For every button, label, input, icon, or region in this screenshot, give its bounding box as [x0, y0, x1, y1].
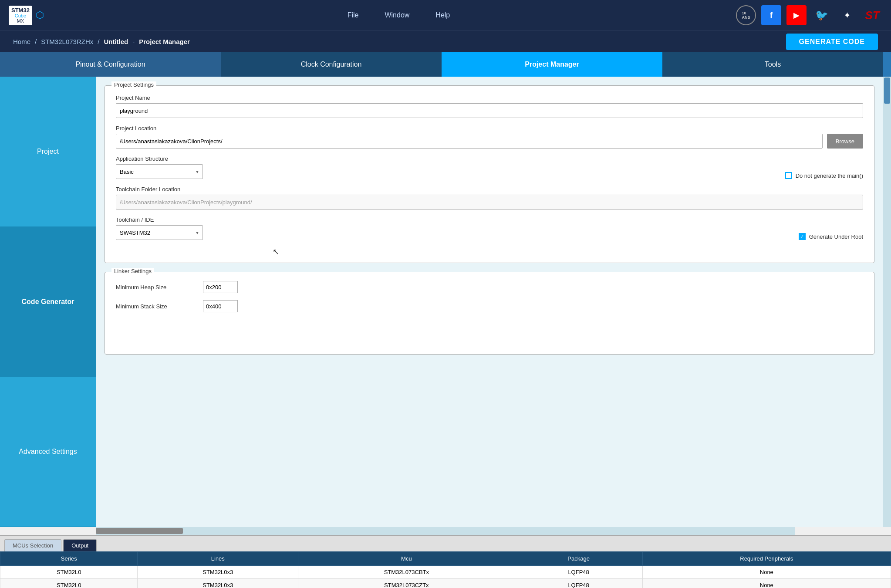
row2-series: STM32L0 [0, 579, 138, 588]
menu-help[interactable]: Help [435, 11, 450, 19]
project-location-label: Project Location [116, 125, 863, 132]
mcu-table-body: STM32L0 STM32L0x3 STM32L073CBTx LQFP48 N… [0, 566, 891, 588]
bottom-tab-mcus[interactable]: MCUs Selection [4, 539, 61, 551]
menu-window[interactable]: Window [385, 11, 409, 19]
heap-size-row: Minimum Heap Size [116, 281, 863, 293]
app-structure-group: Application Structure Basic ▼ Do not gen… [116, 155, 863, 179]
bottom-panel: MCUs Selection Output Series Lines Mcu P… [0, 535, 891, 588]
row2-package: LQFP48 [515, 579, 642, 588]
tab-bar: Pinout & Configuration Clock Configurati… [0, 52, 891, 77]
linker-spacer [116, 319, 863, 345]
content-bottom-spacer [105, 363, 874, 376]
tab-clock[interactable]: Clock Configuration [221, 52, 442, 77]
tab-project[interactable]: Project Manager [442, 52, 662, 77]
no-main-checkbox[interactable] [785, 172, 792, 179]
table-row[interactable]: STM32L0 STM32L0x3 STM32L073CZTx LQFP48 N… [0, 579, 891, 588]
no-main-label: Do not generate the main() [796, 172, 863, 179]
cursor-area: ↖ [116, 247, 863, 254]
scrollbar-thumb[interactable] [884, 78, 890, 104]
app-structure-left: Basic ▼ [116, 164, 776, 179]
breadcrumb-sep-3: - [132, 38, 135, 45]
toolchain-folder-label: Toolchain Folder Location [116, 186, 863, 193]
row2-peripherals: None [642, 579, 891, 588]
sidebar-item-project[interactable]: Project [0, 77, 96, 227]
top-icons: 10ANS f ▶ 🐦 ✦ ST [736, 5, 882, 25]
bottom-tabs: MCUs Selection Output [0, 536, 891, 551]
cubemx-icon: ⬡ [36, 10, 44, 21]
row1-lines: STM32L0x3 [138, 566, 298, 579]
cursor-icon: ↖ [273, 247, 279, 257]
row1-peripherals: None [642, 566, 891, 579]
mcu-table-header-row: Series Lines Mcu Package Required Periph… [0, 552, 891, 566]
app-structure-select-wrap: Basic ▼ [116, 164, 203, 179]
col-package: Package [515, 552, 642, 566]
project-name-group: Project Name [116, 95, 863, 118]
top-bar: STM32 Cube MX ⬡ File Window Help 10ANS f… [0, 0, 891, 30]
mcu-table-header: Series Lines Mcu Package Required Periph… [0, 552, 891, 566]
tab-tools[interactable]: Tools [662, 52, 883, 77]
no-main-row: Do not generate the main() [785, 172, 863, 179]
logo-box: STM32 Cube MX [9, 6, 32, 25]
linker-settings-section: Linker Settings Minimum Heap Size Minimu… [105, 272, 874, 355]
menu-file[interactable]: File [348, 11, 359, 19]
toolchain-ide-select-wrap: SW4STM32 ▼ [116, 225, 203, 240]
stack-size-group: Minimum Stack Size [116, 300, 863, 312]
toolchain-ide-group: Toolchain / IDE SW4STM32 ▼ ✓ Generate Un… [116, 216, 863, 240]
logo-area: STM32 Cube MX ⬡ [9, 6, 44, 25]
horizontal-scrollbar[interactable] [96, 527, 795, 535]
logo-stm: STM32 [11, 7, 30, 13]
breadcrumb-project-name: Untitled [104, 38, 128, 45]
youtube-icon[interactable]: ▶ [786, 5, 807, 25]
heap-size-input[interactable] [203, 281, 238, 293]
col-peripherals: Required Peripherals [642, 552, 891, 566]
toolchain-ide-left: SW4STM32 ▼ [116, 225, 790, 240]
toolchain-ide-select[interactable]: SW4STM32 [116, 225, 203, 240]
tab-pinout[interactable]: Pinout & Configuration [0, 52, 221, 77]
twitter-icon[interactable]: 🐦 [812, 5, 832, 25]
content-area: Project Settings Project Name Project Lo… [96, 77, 883, 527]
toolchain-ide-row: SW4STM32 ▼ ✓ Generate Under Root [116, 225, 863, 240]
project-location-input[interactable] [116, 134, 823, 149]
toolchain-ide-label: Toolchain / IDE [116, 216, 863, 223]
sidebar: Project Code Generator Advanced Settings [0, 77, 96, 527]
right-scrollbar[interactable] [883, 77, 891, 527]
horizontal-scrollbar-thumb[interactable] [96, 528, 183, 534]
facebook-icon[interactable]: f [761, 5, 781, 25]
browse-button[interactable]: Browse [827, 134, 863, 149]
linker-settings-title: Linker Settings [111, 268, 154, 274]
row2-mcu: STM32L073CZTx [298, 579, 515, 588]
logo-mx: MX [17, 18, 24, 24]
row2-lines: STM32L0x3 [138, 579, 298, 588]
generate-under-root-checkbox[interactable]: ✓ [799, 233, 806, 240]
stack-size-input[interactable] [203, 300, 238, 312]
col-mcu: Mcu [298, 552, 515, 566]
app-structure-row: Basic ▼ Do not generate the main() [116, 164, 863, 179]
sidebar-item-advanced-settings[interactable]: Advanced Settings [0, 377, 96, 527]
table-row[interactable]: STM32L0 STM32L0x3 STM32L073CBTx LQFP48 N… [0, 566, 891, 579]
breadcrumb-device[interactable]: STM32L073RZHx [41, 38, 93, 45]
breadcrumb-bar: Home / STM32L073RZHx / Untitled - Projec… [0, 30, 891, 52]
breadcrumb-home[interactable]: Home [13, 38, 30, 45]
app-structure-select[interactable]: Basic [116, 164, 203, 179]
main-layout: Project Code Generator Advanced Settings… [0, 77, 891, 527]
breadcrumb-sep-1: / [35, 38, 37, 45]
project-settings-section: Project Settings Project Name Project Lo… [105, 85, 874, 263]
col-lines: Lines [138, 552, 298, 566]
project-settings-title: Project Settings [111, 81, 156, 88]
project-location-group: Project Location Browse [116, 125, 863, 149]
breadcrumb-view: Project Manager [139, 38, 190, 45]
bottom-tab-output[interactable]: Output [63, 539, 97, 551]
generate-under-root-row: ✓ Generate Under Root [799, 233, 863, 240]
toolchain-folder-input[interactable] [116, 195, 863, 210]
mcu-table: Series Lines Mcu Package Required Periph… [0, 551, 891, 588]
top-menu: File Window Help [61, 11, 736, 19]
generate-under-root-label: Generate Under Root [809, 233, 863, 240]
heap-size-group: Minimum Heap Size [116, 281, 863, 293]
project-name-input[interactable] [116, 103, 863, 118]
st-logo-icon: ST [862, 5, 882, 25]
network-icon[interactable]: ✦ [837, 5, 857, 25]
sidebar-item-code-generator[interactable]: Code Generator [0, 227, 96, 377]
toolchain-folder-group: Toolchain Folder Location [116, 186, 863, 210]
heap-size-label: Minimum Heap Size [116, 284, 194, 291]
generate-code-button[interactable]: GENERATE CODE [786, 34, 878, 50]
